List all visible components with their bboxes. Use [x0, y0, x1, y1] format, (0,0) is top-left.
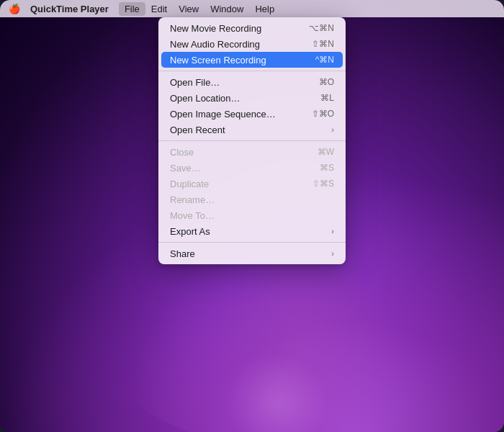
menu-item-label: Duplicate — [170, 179, 312, 189]
menu-item-export-as[interactable]: Export As › — [158, 223, 346, 239]
submenu-chevron-icon: › — [331, 249, 334, 258]
menu-item-label: Rename… — [170, 194, 334, 205]
submenu-chevron-icon: › — [331, 227, 334, 235]
menu-item-shortcut: ^⌘N — [315, 55, 334, 65]
menu-item-label: Export As — [170, 226, 331, 237]
menubar-file[interactable]: File — [119, 2, 145, 16]
menu-item-label: New Screen Recording — [170, 55, 315, 66]
menu-item-close: Close ⌘W — [158, 144, 346, 160]
apple-menu-icon[interactable]: 🍎 — [9, 4, 20, 14]
menu-item-shortcut: ⌘S — [320, 163, 334, 173]
menubar: 🍎 QuickTime Player File Edit View Window… — [0, 0, 504, 17]
menu-item-label: Open Recent — [170, 125, 331, 135]
menu-item-share[interactable]: Share › — [158, 246, 346, 261]
menu-item-move-to: Move To… — [158, 207, 346, 223]
menu-item-new-audio-recording[interactable]: New Audio Recording ⇧⌘N — [158, 36, 346, 52]
menu-item-label: Open File… — [170, 77, 319, 88]
menu-item-shortcut: ⌘L — [320, 93, 334, 103]
menubar-edit[interactable]: Edit — [145, 2, 173, 16]
menu-item-shortcut: ⌥⌘N — [309, 23, 334, 33]
menubar-view[interactable]: View — [173, 2, 204, 16]
menu-item-label: New Movie Recording — [170, 23, 309, 34]
menubar-help[interactable]: Help — [249, 2, 280, 16]
menu-item-new-movie-recording[interactable]: New Movie Recording ⌥⌘N — [158, 20, 346, 36]
menu-item-shortcut: ⌘O — [319, 77, 334, 87]
menu-item-label: Save… — [170, 163, 320, 174]
menu-item-shortcut: ⌘W — [318, 147, 334, 157]
menu-item-label: Open Location… — [170, 93, 320, 104]
desktop: 🍎 QuickTime Player File Edit View Window… — [0, 0, 504, 432]
menu-item-save: Save… ⌘S — [158, 160, 346, 176]
menu-item-label: Share — [170, 248, 331, 259]
menu-item-open-location[interactable]: Open Location… ⌘L — [158, 90, 346, 106]
menu-item-shortcut: ⇧⌘O — [312, 109, 334, 119]
menu-item-open-image-sequence[interactable]: Open Image Sequence… ⇧⌘O — [158, 106, 346, 122]
menu-item-label: Close — [170, 147, 318, 158]
submenu-chevron-icon: › — [331, 125, 334, 134]
menu-item-label: Move To… — [170, 210, 334, 221]
menu-item-open-file[interactable]: Open File… ⌘O — [158, 74, 346, 90]
menu-item-new-screen-recording[interactable]: New Screen Recording ^⌘N — [161, 52, 343, 68]
menu-separator-2 — [158, 140, 346, 141]
menu-item-duplicate: Duplicate ⇧⌘S — [158, 176, 346, 192]
menu-separator-1 — [158, 71, 346, 71]
file-menu-dropdown: New Movie Recording ⌥⌘N New Audio Record… — [158, 17, 346, 264]
menu-separator-3 — [158, 242, 346, 243]
menu-item-shortcut: ⇧⌘N — [312, 39, 334, 49]
app-name[interactable]: QuickTime Player — [30, 4, 109, 14]
menu-item-label: Open Image Sequence… — [170, 109, 312, 120]
menu-item-rename: Rename… — [158, 192, 346, 207]
menubar-window[interactable]: Window — [204, 2, 249, 16]
menu-item-open-recent[interactable]: Open Recent › — [158, 122, 346, 138]
menu-item-shortcut: ⇧⌘S — [312, 179, 334, 189]
menu-item-label: New Audio Recording — [170, 39, 312, 50]
